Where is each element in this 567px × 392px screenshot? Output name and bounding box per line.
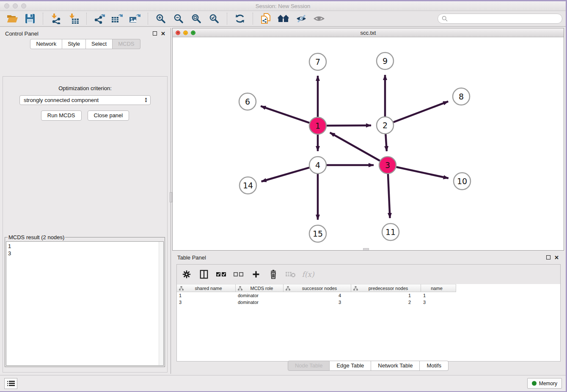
column-header-shared-name[interactable]: shared name [177,284,236,292]
main-title-bar[interactable]: Session: New Session [0,1,566,11]
main-toolbar [0,11,566,27]
close-panel-icon[interactable]: ✕ [161,31,165,36]
tree-icon [238,286,242,290]
deselect-all-checkboxes-icon[interactable] [233,269,244,280]
close-window-icon[interactable] [4,3,9,8]
table-cell[interactable]: 1 [177,293,236,298]
column-header-predecessor-nodes[interactable]: predecessor nodes [351,284,421,292]
export-image-icon[interactable] [129,13,141,25]
graph-edge-4-14[interactable] [261,168,309,182]
task-history-button[interactable] [4,378,17,389]
home-layout-icon[interactable] [277,13,290,25]
tab-node-table[interactable]: Node Table [288,361,330,371]
import-table-icon[interactable] [67,13,80,25]
graph-node-3[interactable]: 3 [379,157,396,174]
graph-node-4[interactable]: 4 [309,157,326,174]
refresh-icon[interactable] [234,13,246,25]
settings-gear-icon[interactable] [181,269,192,280]
add-column-icon[interactable] [250,269,261,280]
svg-text:6: 6 [245,97,250,106]
tab-style[interactable]: Style [62,39,86,49]
show-all-icon[interactable] [313,13,325,25]
float-table-panel-icon[interactable] [546,255,550,259]
canvas-resize-grip[interactable] [363,248,369,250]
minimize-window-icon[interactable] [13,3,18,8]
tab-network[interactable]: Network [30,39,62,49]
graph-node-6[interactable]: 6 [239,93,256,110]
delete-column-icon[interactable] [268,269,279,280]
run-mcds-button[interactable]: Run MCDS [41,110,82,121]
tab-network-table[interactable]: Network Table [371,361,420,371]
graph-node-14[interactable]: 14 [239,177,256,194]
open-file-icon[interactable] [6,13,19,25]
tab-motifs[interactable]: Motifs [420,361,449,371]
graph-node-7[interactable]: 7 [309,53,326,70]
clone-network-icon[interactable] [259,13,272,25]
column-header-name[interactable]: name [421,284,456,292]
close-panel-button[interactable]: Close panel [88,110,129,121]
tab-select[interactable]: Select [86,39,113,49]
select-all-checkboxes-icon[interactable] [216,269,227,280]
table-cell[interactable]: 4 [284,293,351,298]
graph-node-1[interactable]: 1 [309,117,326,134]
node-table-container: f(x) shared nameMCDS rolesuccessor nodes… [176,264,561,362]
graph-node-2[interactable]: 2 [377,117,394,134]
network-canvas[interactable]: 7968124314101511 [173,37,564,250]
table-cell[interactable]: dominator [236,300,284,305]
zoom-selected-icon[interactable] [208,13,220,25]
table-cell[interactable]: dominator [236,293,284,298]
node-table[interactable]: shared nameMCDS rolesuccessor nodesprede… [177,284,560,361]
zoom-in-icon[interactable] [154,13,167,25]
graph-node-8[interactable]: 8 [453,88,470,105]
tab-edge-table[interactable]: Edge Table [330,361,371,371]
minimize-network-icon[interactable]: – [183,30,188,35]
svg-text:11: 11 [385,227,396,237]
graph-edge-1-6[interactable] [261,106,309,123]
graph-node-15[interactable]: 15 [309,225,326,242]
list-icon [7,381,15,386]
graph-node-11[interactable]: 11 [382,224,399,240]
zoom-out-icon[interactable] [172,13,185,25]
table-cell[interactable]: 1 [421,293,456,298]
zoom-fit-icon[interactable] [190,13,203,25]
mcds-result-scrollbar[interactable] [159,242,163,365]
float-panel-icon[interactable] [153,31,157,36]
maximize-window-icon[interactable] [21,3,26,8]
hide-selected-icon[interactable] [295,13,308,25]
column-header-successor-nodes[interactable]: successor nodes [284,284,351,292]
export-network-icon[interactable] [93,13,106,25]
column-header-MCDS-role[interactable]: MCDS role [236,284,284,292]
save-session-icon[interactable] [24,13,36,25]
graph-edge-1-2[interactable] [327,125,371,126]
graph-node-9[interactable]: 9 [377,52,394,69]
tab-mcds[interactable]: MCDS [113,39,140,49]
zoom-network-icon[interactable]: + [191,30,195,35]
export-table-icon[interactable] [111,13,124,25]
dropdown-value: strongly connected component [24,97,99,103]
toolbar-separator [148,13,148,25]
optimization-criterion-dropdown[interactable]: strongly connected component ▲▼ [19,95,151,105]
table-cell[interactable]: 3 [284,300,351,305]
memory-button[interactable]: Memory [527,378,562,389]
mcds-result-area[interactable]: 1 3 [6,241,164,366]
network-window-title-bar[interactable]: ✕ – + scc.txt [173,28,564,37]
svg-text:8: 8 [459,92,464,101]
table-row[interactable]: 3dominator323 [177,299,560,306]
table-cell[interactable]: 1 [351,293,421,298]
graph-edge-2-8[interactable] [394,102,448,122]
table-row[interactable]: 1dominator411 [177,292,560,299]
graph-node-10[interactable]: 10 [454,173,471,190]
table-cell[interactable]: 3 [177,300,236,305]
close-table-panel-icon[interactable]: ✕ [554,255,559,260]
search-input[interactable] [438,14,562,24]
graph-edge-3-1[interactable] [330,133,380,160]
table-cell[interactable]: 3 [421,300,456,305]
graph-edge-3-10[interactable] [396,167,449,178]
graph-edge-3-11[interactable] [388,174,390,218]
import-network-icon[interactable] [50,13,62,25]
graph-edge-2-3[interactable] [385,134,387,151]
memory-status-icon [532,381,537,386]
table-cell[interactable]: 2 [351,300,421,305]
close-network-icon[interactable]: ✕ [176,30,180,35]
show-columns-icon[interactable] [198,269,209,280]
